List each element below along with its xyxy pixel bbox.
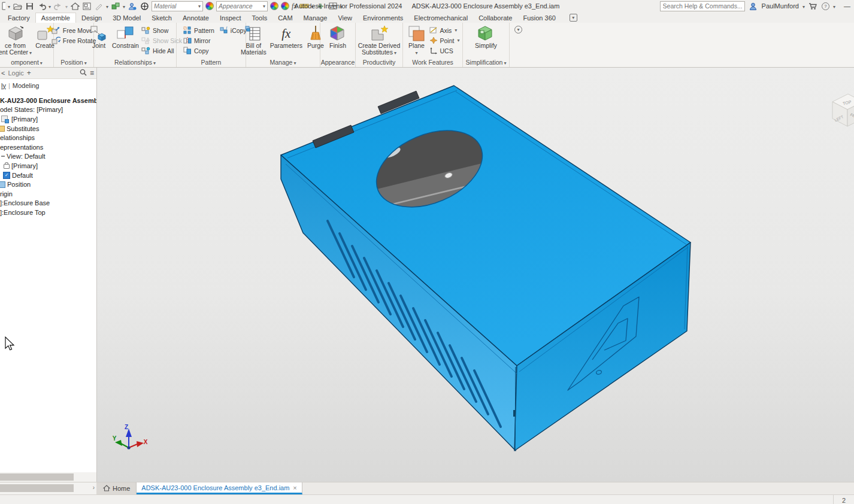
tab-view[interactable]: View [332,13,358,23]
tab-scroll-chevron[interactable]: › [93,484,95,491]
browser-scrollbar-thumb[interactable] [0,484,74,492]
hide-all-button[interactable]: Hide All [141,45,182,56]
place-from-content-center-button[interactable]: ce from ent Center [0,24,33,57]
document-tab-active[interactable]: ADSK-AU23-000 Enclosure Assembly e3_End.… [137,482,302,494]
close-tab-icon[interactable]: × [293,484,296,491]
show-relationships-button[interactable]: Show [141,25,182,35]
component-dropdown[interactable] [123,2,125,10]
relationships-group-label[interactable]: Relationships [94,59,176,67]
browser-collapse-icon[interactable]: < [1,69,5,77]
tree-item-relationships[interactable]: elationships [0,133,96,142]
tab-manage[interactable]: Manage [298,13,333,23]
tab-electromechanical[interactable]: Electromechanical [408,13,473,23]
copy-button[interactable]: Copy [183,45,214,56]
pattern-button[interactable]: Pattern [183,25,214,35]
browser-h-scrollbar[interactable] [0,472,96,482]
browser-panel-title[interactable]: Logic [8,69,23,77]
material-combo[interactable]: Material [152,1,203,11]
tree-item-primary-view[interactable]: [Primary] [0,161,96,171]
search-input[interactable] [660,1,745,11]
bill-of-materials-button[interactable]: Bill of Materials [240,24,268,56]
tree-item-enclosure-base[interactable]: ]:Enclosure Base [0,199,96,208]
help-dropdown[interactable] [833,2,835,10]
tree-item-default[interactable]: Default [0,171,96,180]
open-icon[interactable] [13,1,22,11]
checkbox-checked-icon[interactable] [3,172,10,179]
tab-inspect[interactable]: Inspect [214,13,246,23]
tree-item-position[interactable]: Position [0,180,96,189]
ribbon-display-toggle[interactable] [570,14,577,22]
constrain-button[interactable]: Constrain [111,24,140,50]
tab-design[interactable]: Design [76,13,107,23]
tab-environments[interactable]: Environments [358,13,408,23]
iproperties-person-icon[interactable] [128,1,137,11]
parameters-button[interactable]: fx Parameters [269,24,304,50]
tree-item-enclosure-top[interactable]: ]:Enclosure Top [0,208,96,217]
mirror-button[interactable]: Mirror [183,35,214,45]
home-tab[interactable]: Home [97,482,137,494]
ribbon-group-simplification: Simplify Simplification [463,23,510,67]
tree-item-assembly-root[interactable]: K-AU23-000 Enclosure Assembly e3_ [0,96,96,105]
ribbon-group-appearance: Finish Appearance [320,23,356,67]
joint-button[interactable]: Joint [88,24,110,50]
tab-fusion-360[interactable]: Fusion 360 [517,13,561,23]
simplify-button[interactable]: Simplify [474,24,498,50]
axis-button[interactable]: Axis [429,25,460,35]
manage-group-label[interactable]: Manage [246,59,320,67]
save-icon[interactable] [25,1,34,11]
tree-item-origin[interactable]: rigin [0,189,96,199]
component-group-label[interactable]: omponent [0,59,53,67]
browser-search-icon[interactable] [80,69,87,77]
undo-dropdown[interactable] [49,2,51,10]
scrollbar-thumb[interactable] [0,473,74,481]
appearance-wheel-icon[interactable] [140,1,149,11]
create-derived-substitutes-button[interactable]: Create Derived Substitutes [357,24,402,57]
tab-sketch[interactable]: Sketch [146,13,177,23]
clear-appearance-icon[interactable] [281,2,289,10]
browser-tab-assembly[interactable]: ly [1,82,6,89]
tree-item-representations[interactable]: epresentations [0,142,96,152]
tree-item-model-states[interactable]: odel States: [Primary] [0,105,96,115]
tab-collaborate[interactable]: Collaborate [473,13,517,23]
appearance-combo[interactable]: Appearance [216,1,268,11]
redo-dropdown[interactable] [65,2,68,10]
browser-tab-modeling[interactable]: Modeling [13,82,40,89]
tree-item-substitutes[interactable]: Substitutes [0,124,96,133]
point-button[interactable]: Point [429,35,460,45]
new-file-icon[interactable] [0,1,5,11]
ribbon-options-toggle[interactable] [510,23,522,67]
finish-icon [328,25,347,42]
window-title: Autodesk Inventor Professional 2024 ADSK… [295,2,560,10]
pattern-group-label: Pattern [177,59,246,67]
position-group-label[interactable]: Position [54,59,93,67]
new-file-dropdown[interactable] [8,2,10,10]
collapse-dash-icon[interactable] [1,156,5,157]
tree-item-primary-state[interactable]: [Primary] [0,114,96,124]
browser-add-tab-icon[interactable]: + [27,69,31,77]
tab-annotate[interactable]: Annotate [177,13,214,23]
ucs-button[interactable]: UCS [429,45,460,56]
sketch-dropdown[interactable] [106,2,108,10]
tab-tools[interactable]: Tools [246,13,272,23]
drawing-view-icon[interactable] [82,1,92,11]
tab-3d-model[interactable]: 3D Model [107,13,146,23]
graphics-viewport[interactable]: TOP LEFT FRONT Z Y X [97,68,854,482]
help-icon[interactable]: ? [822,2,829,10]
cart-icon[interactable] [808,1,818,11]
user-name[interactable]: PaulMunford [762,2,799,10]
component-icon[interactable] [111,1,120,11]
browser-menu-icon[interactable]: ≡ [90,69,94,77]
user-dropdown[interactable] [802,2,805,10]
simplification-group-label[interactable]: Simplification [463,59,509,67]
finish-button[interactable]: Finish [327,24,349,50]
tree-item-view-default[interactable]: View: Default [0,152,96,162]
tab-cam[interactable]: CAM [272,13,298,23]
undo-icon[interactable] [37,1,46,11]
tab-assemble[interactable]: Assemble [35,13,76,23]
adjust-appearance-icon[interactable] [270,2,278,10]
minimize-button[interactable]: — [844,2,850,10]
home-icon[interactable] [70,1,80,11]
plane-button[interactable]: Plane [406,24,428,57]
tab-factory[interactable]: Factory [2,13,35,23]
plane-dropdown[interactable] [416,49,418,56]
